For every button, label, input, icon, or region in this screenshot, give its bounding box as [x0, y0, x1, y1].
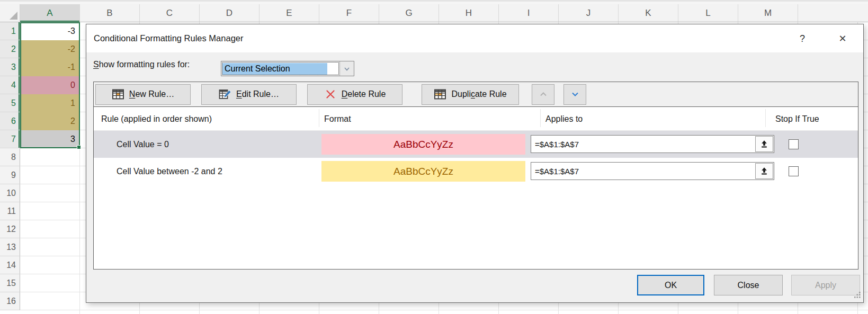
column-header-h[interactable]: H	[439, 4, 499, 22]
column-header-b[interactable]: B	[80, 4, 140, 22]
collapse-range-button[interactable]	[755, 163, 773, 179]
dialog-title: Conditional Formatting Rules Manager	[94, 33, 243, 43]
cell-a7[interactable]: 3	[20, 130, 79, 148]
cell-a2[interactable]: -2	[20, 40, 79, 58]
applies-to-input[interactable]: =$A$1:$A$7	[531, 162, 774, 180]
resize-grip[interactable]	[854, 291, 861, 300]
help-button[interactable]: ?	[794, 31, 810, 46]
row-header-8[interactable]: 8	[0, 148, 20, 166]
delete-rule-button[interactable]: Delete Rule	[307, 84, 402, 105]
row-header-13[interactable]: 13	[0, 238, 20, 256]
collapse-range-arrow-icon	[759, 139, 769, 149]
cell-a1[interactable]: -3	[20, 22, 79, 40]
label-accel: S	[93, 60, 99, 69]
row-header-9[interactable]: 9	[0, 166, 20, 184]
header-applies-to: Applies to	[545, 107, 583, 131]
row-header-10[interactable]: 10	[0, 184, 20, 202]
rules-list: Rule (applied in order shown) Format App…	[93, 106, 858, 270]
close-button[interactable]: Close	[714, 275, 783, 295]
apply-button[interactable]: Apply	[791, 275, 860, 295]
edit-rule-button[interactable]: Edit Rule…	[201, 84, 297, 105]
column-header-f[interactable]: F	[319, 4, 379, 22]
cell-a3[interactable]: -1	[20, 58, 79, 76]
applies-to-value: =$A$1:$A$7	[535, 136, 579, 152]
row-header-1[interactable]: 1	[0, 22, 20, 40]
resize-grip-icon	[854, 291, 861, 298]
applies-to-value: =$A$1:$A$7	[535, 163, 579, 180]
row-header-4[interactable]: 4	[0, 76, 20, 94]
row-header-3[interactable]: 3	[0, 58, 20, 76]
column-header-k[interactable]: K	[619, 4, 678, 22]
red-x-icon	[324, 88, 337, 101]
select-all-corner[interactable]	[0, 4, 20, 22]
row-header-6[interactable]: 6	[0, 112, 20, 130]
show-rules-combobox[interactable]: Current Selection	[221, 61, 354, 76]
chevron-up-icon	[537, 88, 550, 101]
edit-rule-label: Edit Rule…	[236, 89, 279, 99]
question-mark-icon: ?	[800, 33, 805, 44]
rule-row-2[interactable]: Cell Value between -2 and 2 AaBbCcYyZz =…	[94, 158, 858, 185]
row-header-7[interactable]: 7	[0, 130, 20, 148]
table-grid-icon	[112, 88, 124, 101]
header-format: Format	[324, 107, 351, 131]
table-pencil-icon	[219, 88, 231, 101]
close-x-icon: ✕	[838, 33, 846, 44]
stop-if-true-checkbox[interactable]	[789, 139, 799, 149]
column-header-a[interactable]: A	[20, 4, 80, 22]
formula-bar-edge	[0, 0, 868, 4]
column-header-g[interactable]: G	[379, 4, 439, 22]
stop-if-true-checkbox[interactable]	[789, 166, 799, 176]
row-headers: 1 2 3 4 5 6 7 8 9 10 11 12 13 14 15 16	[0, 22, 20, 310]
rules-list-header: Rule (applied in order shown) Format App…	[94, 107, 858, 131]
row-header-5[interactable]: 5	[0, 94, 20, 112]
chevron-down-icon	[342, 64, 352, 74]
row-header-14[interactable]: 14	[0, 256, 20, 274]
header-stop-if-true: Stop If True	[775, 107, 819, 131]
new-rule-label: New Rule…	[129, 89, 174, 99]
column-header-i[interactable]: I	[499, 4, 559, 22]
combobox-value-area[interactable]: Current Selection	[221, 61, 339, 76]
rule-row-1[interactable]: Cell Value = 0 AaBbCcYyZz =$A$1:$A$7	[94, 131, 858, 158]
column-header-d[interactable]: D	[200, 4, 259, 22]
rule-name: Cell Value between -2 and 2	[117, 158, 222, 185]
collapse-range-arrow-icon	[759, 166, 769, 176]
chevron-down-icon	[569, 88, 581, 101]
show-rules-label: Show formatting rules for:	[93, 60, 190, 69]
column-headers: A B C D E F G H I J K L M	[0, 4, 868, 22]
column-header-j[interactable]: J	[559, 4, 619, 22]
excel-window: A B C D E F G H I J K L M 1 2 3 4 5 6 7 …	[0, 0, 868, 314]
duplicate-rule-button[interactable]: Duplicate Rule	[422, 84, 519, 105]
column-header-e[interactable]: E	[259, 4, 319, 22]
table-grid-icon	[434, 88, 446, 101]
close-dialog-button[interactable]: ✕	[835, 31, 851, 46]
header-divider	[540, 109, 541, 127]
ok-button[interactable]: OK	[637, 275, 704, 295]
row-header-2[interactable]: 2	[0, 40, 20, 58]
combobox-dropdown-button[interactable]	[339, 61, 354, 76]
cell-a4[interactable]: 0	[20, 76, 79, 94]
cf-rules-manager-dialog: Conditional Formatting Rules Manager ? ✕…	[86, 24, 864, 303]
row-header-11[interactable]: 11	[0, 202, 20, 220]
column-header-m[interactable]: M	[738, 4, 798, 22]
cell-a5[interactable]: 1	[20, 94, 79, 112]
row-header-16[interactable]: 16	[0, 292, 20, 310]
delete-rule-label: Delete Rule	[342, 89, 386, 99]
header-rule: Rule (applied in order shown)	[101, 107, 212, 131]
row-header-12[interactable]: 12	[0, 220, 20, 238]
column-header-c[interactable]: C	[140, 4, 200, 22]
rules-toolbar: New Rule… Edit Rule… Delete Rule	[93, 82, 858, 107]
applies-to-input[interactable]: =$A$1:$A$7	[531, 135, 774, 153]
move-rule-down-button[interactable]	[563, 84, 586, 105]
format-preview: AaBbCcYyZz	[321, 161, 525, 182]
move-rule-up-button[interactable]	[532, 84, 554, 105]
column-header-l[interactable]: L	[678, 4, 738, 22]
new-rule-button[interactable]: New Rule…	[95, 84, 191, 105]
label-post: how formatting rules for:	[99, 60, 190, 69]
collapse-range-button[interactable]	[755, 136, 773, 152]
dialog-title-bar[interactable]: Conditional Formatting Rules Manager	[86, 24, 863, 52]
combobox-selected-value: Current Selection	[222, 63, 327, 75]
format-preview: AaBbCcYyZz	[321, 134, 525, 155]
row-header-15[interactable]: 15	[0, 274, 20, 292]
select-all-triangle-icon	[10, 12, 17, 20]
cell-a6[interactable]: 2	[20, 112, 79, 130]
